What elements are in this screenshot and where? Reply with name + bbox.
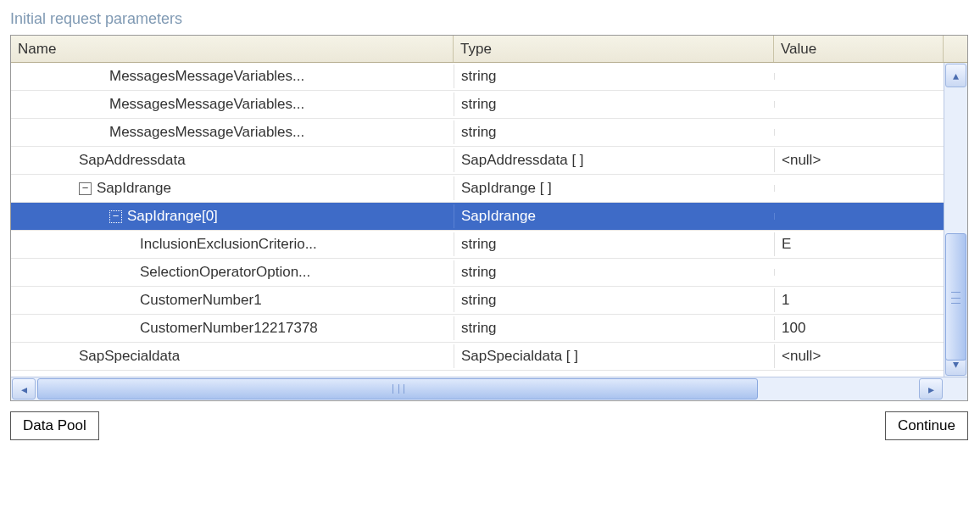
table-row[interactable]: MessagesMessageVariables...string — [11, 63, 944, 91]
cell-name[interactable]: SapAddressdata — [11, 148, 454, 172]
table-row[interactable]: MessagesMessageVariables...string — [11, 119, 944, 147]
cell-value[interactable] — [774, 129, 944, 136]
cell-value[interactable] — [774, 213, 944, 220]
cell-name[interactable]: InclusionExclusionCriterio... — [11, 232, 454, 256]
cell-type: string — [454, 120, 774, 144]
table-row[interactable]: −SapIdrangeSapIdrange [ ] — [11, 175, 944, 203]
table-row[interactable]: MessagesMessageVariables...string — [11, 91, 944, 119]
row-name-label: SapAddressdata — [79, 152, 186, 169]
cell-name[interactable]: SapSpecialdata — [11, 344, 454, 368]
table-header: Name Type Value — [11, 36, 967, 63]
cell-name[interactable]: CustomerNumber1 — [11, 288, 454, 312]
row-name-label: MessagesMessageVariables... — [109, 124, 304, 141]
table-row[interactable]: CustomerNumber12217378string100 — [11, 315, 944, 343]
column-header-type[interactable]: Type — [454, 36, 774, 62]
row-name-label: SapSpecialdata — [79, 348, 180, 365]
continue-button[interactable]: Continue — [885, 411, 968, 440]
cell-type: string — [454, 316, 774, 340]
row-name-label: CustomerNumber12217378 — [140, 320, 318, 337]
table-row[interactable]: SapSpecialdataSapSpecialdata [ ]<null> — [11, 343, 944, 371]
cell-value[interactable]: E — [774, 232, 944, 256]
scroll-thumb[interactable] — [945, 233, 966, 361]
row-name-label: SapIdrange[0] — [127, 208, 218, 225]
row-name-label: SapIdrange — [97, 180, 171, 197]
cell-value[interactable]: 100 — [774, 316, 944, 340]
row-name-label: SelectionOperatorOption... — [140, 264, 310, 281]
data-pool-button[interactable]: Data Pool — [10, 411, 99, 440]
cell-value[interactable]: <null> — [774, 344, 944, 368]
table-row[interactable]: SelectionOperatorOption...string — [11, 259, 944, 287]
table-row[interactable]: −SapIdrange[0]SapIdrange — [11, 203, 944, 231]
table-body: MessagesMessageVariables...stringMessage… — [11, 63, 944, 377]
cell-value[interactable] — [774, 101, 944, 108]
cell-type: string — [454, 92, 774, 116]
scroll-up-arrow-icon[interactable]: ▴ — [945, 64, 966, 87]
hscroll-track[interactable] — [37, 378, 917, 400]
tree-expander-icon[interactable]: − — [109, 210, 122, 223]
button-bar: Data Pool Continue — [10, 411, 968, 440]
cell-type: string — [454, 260, 774, 284]
scrollbar-corner — [944, 377, 967, 400]
cell-name[interactable]: −SapIdrange — [11, 176, 454, 200]
cell-value[interactable]: <null> — [774, 148, 944, 172]
cell-value[interactable] — [774, 185, 944, 192]
cell-name[interactable]: CustomerNumber12217378 — [11, 316, 454, 340]
table-row[interactable]: CustomerNumber1string1 — [11, 287, 944, 315]
cell-name[interactable]: −SapIdrange[0] — [11, 204, 454, 228]
cell-type: string — [454, 64, 774, 88]
cell-type: SapSpecialdata [ ] — [454, 344, 774, 368]
cell-name[interactable]: MessagesMessageVariables... — [11, 120, 454, 144]
cell-type: SapIdrange [ ] — [454, 176, 774, 200]
panel-title: Initial request parameters — [10, 10, 970, 28]
column-header-value[interactable]: Value — [774, 36, 944, 62]
row-name-label: MessagesMessageVariables... — [109, 68, 304, 85]
horizontal-scrollbar[interactable]: ◂ ▸ — [11, 377, 967, 400]
scroll-track[interactable] — [945, 89, 966, 350]
cell-name[interactable]: MessagesMessageVariables... — [11, 64, 454, 88]
scroll-right-arrow-icon[interactable]: ▸ — [919, 378, 943, 400]
cell-value[interactable] — [774, 269, 944, 276]
cell-type: SapAddressdata [ ] — [454, 148, 774, 172]
cell-name[interactable]: MessagesMessageVariables... — [11, 92, 454, 116]
scroll-left-arrow-icon[interactable]: ◂ — [12, 378, 36, 400]
row-name-label: CustomerNumber1 — [140, 292, 262, 309]
cell-value[interactable]: 1 — [774, 288, 944, 312]
row-name-label: InclusionExclusionCriterio... — [140, 236, 317, 253]
cell-type: SapIdrange — [454, 204, 774, 228]
parameters-table: Name Type Value MessagesMessageVariables… — [10, 35, 968, 401]
cell-type: string — [454, 288, 774, 312]
vertical-scrollbar[interactable]: ▴ ▾ — [944, 63, 967, 377]
column-header-name[interactable]: Name — [11, 36, 454, 62]
table-row[interactable]: InclusionExclusionCriterio...stringE — [11, 231, 944, 259]
cell-name[interactable]: SelectionOperatorOption... — [11, 260, 454, 284]
hscroll-thumb[interactable] — [37, 378, 758, 400]
tree-expander-icon[interactable]: − — [79, 182, 92, 195]
row-name-label: MessagesMessageVariables... — [109, 96, 304, 113]
table-row[interactable]: SapAddressdataSapAddressdata [ ]<null> — [11, 147, 944, 175]
cell-value[interactable] — [774, 73, 944, 80]
cell-type: string — [454, 232, 774, 256]
